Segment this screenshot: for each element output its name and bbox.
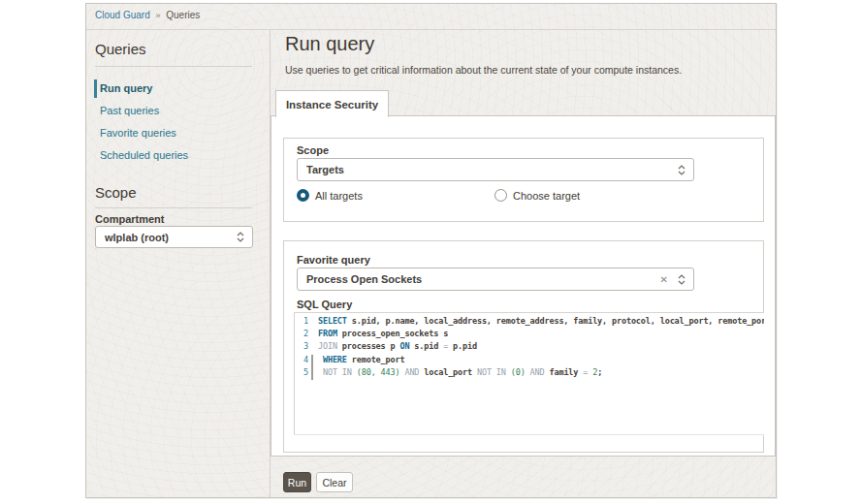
select-spinner-icon <box>237 232 244 242</box>
sidebar-item-scheduled-queries[interactable]: Scheduled queries <box>100 149 188 161</box>
radio-all-targets[interactable]: All targets <box>297 189 363 202</box>
sidebar-divider <box>95 66 252 67</box>
line-number: 1 <box>295 316 308 329</box>
select-spinner-icon <box>678 274 686 285</box>
code-line: 1SELECT s.pid, p.name, local_address, re… <box>295 316 764 329</box>
breadcrumb-divider <box>86 29 776 30</box>
page-subtitle: Use queries to get critical information … <box>285 64 682 76</box>
sidebar-title-queries: Queries <box>95 41 146 57</box>
breadcrumb-link-cloud-guard[interactable]: Cloud Guard <box>95 10 150 20</box>
select-spinner-icon <box>678 165 686 175</box>
radio-choose-target[interactable]: Choose target <box>494 189 580 202</box>
code-line: 5 NOT IN (80, 443) AND local_port NOT IN… <box>295 367 764 380</box>
tab-instance-security[interactable]: Instance Security <box>275 90 389 117</box>
code-line: 3JOIN processes p ON s.pid = p.pid <box>295 341 764 354</box>
compartment-select[interactable]: wlplab (root) <box>95 226 253 248</box>
clear-button[interactable]: Clear <box>316 472 353 492</box>
tab-panel: Scope Targets All targets Choose target <box>271 115 776 457</box>
line-number: 4 <box>295 355 308 367</box>
breadcrumb: Cloud Guard » Queries <box>95 10 200 20</box>
page-title: Run query <box>285 33 374 55</box>
code-text: JOIN processes p ON s.pid = p.pid <box>318 341 477 354</box>
breadcrumb-current: Queries <box>166 10 200 20</box>
radio-all-targets-label: All targets <box>315 190 363 202</box>
breadcrumb-separator: » <box>155 11 160 20</box>
radio-unselected-icon <box>494 189 507 202</box>
favorite-query-select-value: Process Open Sockets <box>306 273 660 285</box>
radio-selected-icon <box>297 189 309 202</box>
sidebar-divider-2 <box>95 207 252 208</box>
scope-select[interactable]: Targets <box>297 158 694 181</box>
line-number: 2 <box>295 329 308 341</box>
scope-group: Scope Targets All targets Choose target <box>283 138 764 222</box>
app-card: Cloud Guard » Queries Queries Run query … <box>85 3 777 498</box>
sidebar-title-scope: Scope <box>95 184 137 201</box>
favorite-query-label: Favorite query <box>297 254 370 266</box>
code-line: 2FROM process_open_sockets s <box>295 329 764 341</box>
compartment-label: Compartment <box>95 213 165 225</box>
radio-choose-target-label: Choose target <box>513 190 580 202</box>
wrap-marker <box>311 355 313 380</box>
sql-editor[interactable]: 1SELECT s.pid, p.name, local_address, re… <box>294 312 764 435</box>
favorite-query-select[interactable]: Process Open Sockets ✕ <box>297 268 694 291</box>
run-button[interactable]: Run <box>283 472 311 492</box>
line-number: 5 <box>295 367 308 380</box>
sql-editor-lines: 1SELECT s.pid, p.name, local_address, re… <box>295 313 764 380</box>
sidebar-item-past-queries[interactable]: Past queries <box>100 105 159 116</box>
active-item-bar <box>94 79 97 98</box>
code-text: NOT IN (80, 443) AND local_port NOT IN (… <box>318 367 602 380</box>
sidebar-item-run-query[interactable]: Run query <box>100 82 152 94</box>
code-text: WHERE remote_port <box>318 355 404 367</box>
compartment-select-value: wlplab (root) <box>105 232 237 243</box>
code-line: 4 WHERE remote_port <box>295 355 764 367</box>
scope-label: Scope <box>297 144 329 156</box>
page: Cloud Guard » Queries Queries Run query … <box>0 0 861 504</box>
line-number: 3 <box>295 341 308 354</box>
code-text: SELECT s.pid, p.name, local_address, rem… <box>318 316 764 329</box>
clear-selection-icon[interactable]: ✕ <box>660 274 668 285</box>
sidebar-item-favorite-queries[interactable]: Favorite queries <box>100 127 176 139</box>
favorite-query-group: Favorite query Process Open Sockets ✕ SQ… <box>283 240 764 453</box>
scope-select-value: Targets <box>306 164 678 175</box>
code-text: FROM process_open_sockets s <box>318 329 448 341</box>
sql-query-label: SQL Query <box>297 299 352 310</box>
